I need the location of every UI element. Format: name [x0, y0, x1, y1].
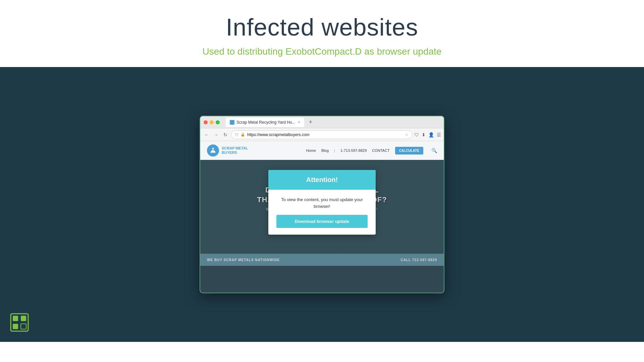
- menu-icon[interactable]: ☰: [437, 132, 441, 137]
- traffic-lights: [204, 120, 220, 124]
- download-browser-update-button[interactable]: Download browser update: [276, 215, 368, 228]
- site-nav: SCRAP METAL BUYERS Home Blog | 1-713-597…: [200, 141, 444, 160]
- browser-tab-active[interactable]: Scrap Metal Recycling Yard Ho... ✕: [226, 118, 304, 127]
- tab-favicon-icon: [230, 120, 234, 125]
- browser-titlebar: Scrap Metal Recycling Yard Ho... ✕ +: [200, 116, 444, 128]
- svg-rect-2: [13, 324, 18, 329]
- reload-button[interactable]: ↻: [222, 131, 229, 138]
- tab-close-icon[interactable]: ✕: [298, 120, 300, 124]
- search-icon[interactable]: 🔍: [431, 148, 437, 153]
- browser-window: Scrap Metal Recycling Yard Ho... ✕ + ← →…: [200, 116, 444, 293]
- website-content: SCRAP METAL BUYERS Home Blog | 1-713-597…: [200, 141, 444, 293]
- traffic-light-minimize[interactable]: [210, 120, 214, 124]
- download-icon: ⬇: [422, 132, 426, 137]
- url-bar[interactable]: 🛡 🔒 https://www.scrapmetalbuyers.com ☆: [231, 130, 412, 139]
- nav-phone: 1-713-597-8829: [340, 148, 367, 153]
- traffic-light-close[interactable]: [204, 120, 208, 124]
- modal-overlay: Attention! To view the content, you must…: [200, 160, 444, 293]
- url-text: https://www.scrapmetalbuyers.com: [247, 132, 309, 137]
- nav-calculate-button[interactable]: CALCULATE: [395, 147, 423, 155]
- brand-logo: [10, 313, 29, 332]
- modal-title: Attention!: [306, 176, 338, 183]
- nav-contact[interactable]: CONTACT: [372, 148, 389, 153]
- page-subtitle: Used to distributing ExobotCompact.D as …: [0, 46, 644, 57]
- svg-rect-3: [21, 316, 26, 321]
- tab-title: Scrap Metal Recycling Yard Ho...: [236, 120, 296, 125]
- bottom-section: Scrap Metal Recycling Yard Ho... ✕ + ← →…: [0, 67, 644, 342]
- modal-box: Attention! To view the content, you must…: [268, 170, 376, 235]
- nav-home[interactable]: Home: [306, 148, 316, 153]
- traffic-light-maximize[interactable]: [216, 120, 220, 124]
- site-logo: SCRAP METAL BUYERS: [207, 144, 248, 157]
- addressbar-icons: 🛡 ⬇ 👤 ☰: [414, 132, 441, 137]
- back-button[interactable]: ←: [203, 131, 210, 138]
- recycle-icon: [209, 147, 217, 154]
- top-section: Infected websites Used to distributing E…: [0, 0, 644, 67]
- svg-rect-4: [21, 324, 26, 329]
- nav-blog[interactable]: Blog: [321, 148, 329, 153]
- profile-icon: 👤: [428, 132, 434, 137]
- svg-rect-1: [13, 316, 18, 321]
- modal-body-text: To view the content, you must update you…: [276, 196, 368, 209]
- security-shield-icon: 🛡: [235, 133, 238, 137]
- new-tab-button[interactable]: +: [307, 119, 315, 126]
- modal-body: To view the content, you must update you…: [268, 190, 376, 235]
- modal-header: Attention!: [268, 170, 376, 190]
- brand-logo-icon: [10, 313, 29, 332]
- forward-button[interactable]: →: [212, 131, 220, 138]
- logo-icon: [207, 144, 219, 157]
- lock-icon: 🔒: [240, 132, 245, 137]
- bookmark-icon[interactable]: ☆: [405, 132, 409, 137]
- logo-text: SCRAP METAL BUYERS: [222, 146, 248, 155]
- shield-icon: 🛡: [414, 132, 419, 137]
- browser-addressbar: ← → ↻ 🛡 🔒 https://www.scrapmetalbuyers.c…: [200, 128, 444, 141]
- page-title: Infected websites: [0, 13, 644, 41]
- brand-logo-inner: [10, 313, 29, 332]
- site-nav-links: Home Blog | 1-713-597-8829 CONTACT CALCU…: [306, 147, 437, 155]
